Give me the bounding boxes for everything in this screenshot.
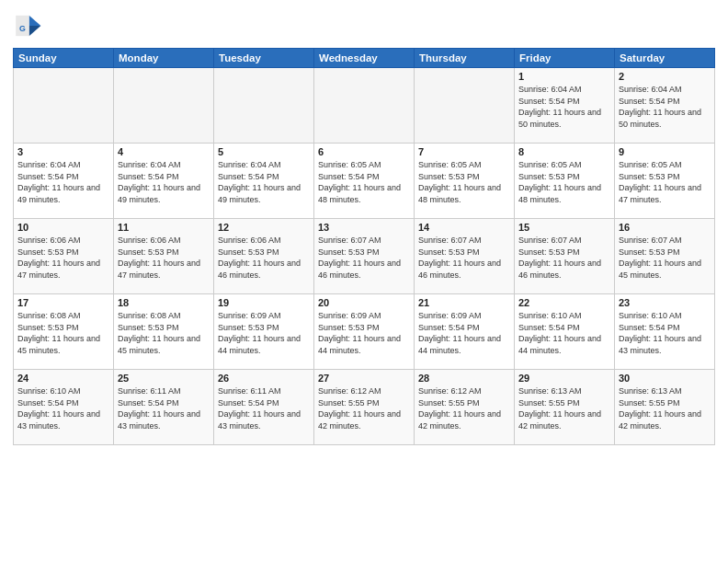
calendar-week-1: 1Sunrise: 6:04 AMSunset: 5:54 PMDaylight…: [14, 68, 715, 144]
day-number: 30: [619, 373, 711, 384]
calendar-cell: [314, 68, 415, 144]
day-number: 28: [418, 373, 510, 384]
day-number: 11: [118, 222, 210, 233]
day-info: Sunrise: 6:04 AMSunset: 5:54 PMDaylight:…: [518, 84, 610, 130]
day-info: Sunrise: 6:04 AMSunset: 5:54 PMDaylight:…: [218, 159, 310, 205]
day-number: 24: [17, 373, 109, 384]
day-info: Sunrise: 6:07 AMSunset: 5:53 PMDaylight:…: [518, 235, 610, 281]
day-info: Sunrise: 6:05 AMSunset: 5:53 PMDaylight:…: [518, 159, 610, 205]
header: G: [13, 11, 715, 40]
weekday-header-friday: Friday: [515, 49, 615, 68]
day-info: Sunrise: 6:07 AMSunset: 5:53 PMDaylight:…: [619, 235, 711, 281]
day-number: 16: [619, 222, 711, 233]
day-number: 23: [619, 297, 711, 308]
day-number: 5: [218, 146, 310, 157]
day-number: 6: [318, 146, 410, 157]
svg-marker-1: [29, 26, 41, 36]
calendar-cell: 21Sunrise: 6:09 AMSunset: 5:54 PMDayligh…: [415, 294, 515, 370]
calendar-cell: 18Sunrise: 6:08 AMSunset: 5:53 PMDayligh…: [114, 294, 214, 370]
calendar: SundayMondayTuesdayWednesdayThursdayFrid…: [13, 48, 715, 445]
weekday-header-wednesday: Wednesday: [314, 49, 415, 68]
svg-text:G: G: [19, 24, 26, 33]
day-number: 27: [318, 373, 410, 384]
calendar-cell: 1Sunrise: 6:04 AMSunset: 5:54 PMDaylight…: [515, 68, 615, 144]
day-info: Sunrise: 6:06 AMSunset: 5:53 PMDaylight:…: [118, 235, 210, 281]
day-number: 22: [518, 297, 610, 308]
day-info: Sunrise: 6:09 AMSunset: 5:53 PMDaylight:…: [318, 310, 410, 356]
calendar-cell: 17Sunrise: 6:08 AMSunset: 5:53 PMDayligh…: [14, 294, 114, 370]
day-info: Sunrise: 6:05 AMSunset: 5:53 PMDaylight:…: [418, 159, 510, 205]
calendar-week-5: 24Sunrise: 6:10 AMSunset: 5:54 PMDayligh…: [14, 370, 715, 445]
calendar-cell: [415, 68, 515, 144]
day-info: Sunrise: 6:10 AMSunset: 5:54 PMDaylight:…: [17, 385, 109, 431]
logo-icon: G: [13, 11, 42, 40]
day-number: 26: [218, 373, 310, 384]
day-number: 20: [318, 297, 410, 308]
day-info: Sunrise: 6:13 AMSunset: 5:55 PMDaylight:…: [619, 385, 711, 431]
calendar-cell: [14, 68, 114, 144]
calendar-cell: 26Sunrise: 6:11 AMSunset: 5:54 PMDayligh…: [214, 370, 314, 445]
day-info: Sunrise: 6:05 AMSunset: 5:54 PMDaylight:…: [318, 159, 410, 205]
calendar-cell: 4Sunrise: 6:04 AMSunset: 5:54 PMDaylight…: [114, 144, 214, 219]
day-info: Sunrise: 6:10 AMSunset: 5:54 PMDaylight:…: [619, 310, 711, 356]
day-number: 18: [118, 297, 210, 308]
day-info: Sunrise: 6:04 AMSunset: 5:54 PMDaylight:…: [118, 159, 210, 205]
day-number: 29: [518, 373, 610, 384]
calendar-week-2: 3Sunrise: 6:04 AMSunset: 5:54 PMDaylight…: [14, 144, 715, 219]
calendar-cell: 20Sunrise: 6:09 AMSunset: 5:53 PMDayligh…: [314, 294, 415, 370]
calendar-cell: 27Sunrise: 6:12 AMSunset: 5:55 PMDayligh…: [314, 370, 415, 445]
day-info: Sunrise: 6:07 AMSunset: 5:53 PMDaylight:…: [318, 235, 410, 281]
day-number: 7: [418, 146, 510, 157]
logo: G: [13, 11, 46, 40]
calendar-cell: 19Sunrise: 6:09 AMSunset: 5:53 PMDayligh…: [214, 294, 314, 370]
weekday-header-tuesday: Tuesday: [214, 49, 314, 68]
calendar-cell: 22Sunrise: 6:10 AMSunset: 5:54 PMDayligh…: [515, 294, 615, 370]
day-number: 2: [619, 71, 711, 82]
calendar-cell: 15Sunrise: 6:07 AMSunset: 5:53 PMDayligh…: [515, 219, 615, 294]
day-info: Sunrise: 6:04 AMSunset: 5:54 PMDaylight:…: [619, 84, 711, 130]
weekday-header-thursday: Thursday: [415, 49, 515, 68]
calendar-cell: 5Sunrise: 6:04 AMSunset: 5:54 PMDaylight…: [214, 144, 314, 219]
svg-marker-0: [29, 16, 41, 26]
day-info: Sunrise: 6:11 AMSunset: 5:54 PMDaylight:…: [118, 385, 210, 431]
calendar-cell: 13Sunrise: 6:07 AMSunset: 5:53 PMDayligh…: [314, 219, 415, 294]
day-number: 13: [318, 222, 410, 233]
calendar-cell: 24Sunrise: 6:10 AMSunset: 5:54 PMDayligh…: [14, 370, 114, 445]
calendar-cell: 11Sunrise: 6:06 AMSunset: 5:53 PMDayligh…: [114, 219, 214, 294]
calendar-week-3: 10Sunrise: 6:06 AMSunset: 5:53 PMDayligh…: [14, 219, 715, 294]
day-info: Sunrise: 6:04 AMSunset: 5:54 PMDaylight:…: [17, 159, 109, 205]
weekday-header-monday: Monday: [114, 49, 214, 68]
day-info: Sunrise: 6:09 AMSunset: 5:53 PMDaylight:…: [218, 310, 310, 356]
calendar-cell: [214, 68, 314, 144]
calendar-cell: 16Sunrise: 6:07 AMSunset: 5:53 PMDayligh…: [615, 219, 715, 294]
weekday-header-sunday: Sunday: [14, 49, 114, 68]
day-info: Sunrise: 6:05 AMSunset: 5:53 PMDaylight:…: [619, 159, 711, 205]
calendar-cell: 10Sunrise: 6:06 AMSunset: 5:53 PMDayligh…: [14, 219, 114, 294]
day-number: 4: [118, 146, 210, 157]
day-number: 3: [17, 146, 109, 157]
day-info: Sunrise: 6:08 AMSunset: 5:53 PMDaylight:…: [118, 310, 210, 356]
calendar-cell: 8Sunrise: 6:05 AMSunset: 5:53 PMDaylight…: [515, 144, 615, 219]
calendar-cell: 30Sunrise: 6:13 AMSunset: 5:55 PMDayligh…: [615, 370, 715, 445]
calendar-cell: 14Sunrise: 6:07 AMSunset: 5:53 PMDayligh…: [415, 219, 515, 294]
day-number: 12: [218, 222, 310, 233]
day-info: Sunrise: 6:12 AMSunset: 5:55 PMDaylight:…: [318, 385, 410, 431]
calendar-cell: [114, 68, 214, 144]
calendar-cell: 12Sunrise: 6:06 AMSunset: 5:53 PMDayligh…: [214, 219, 314, 294]
day-info: Sunrise: 6:08 AMSunset: 5:53 PMDaylight:…: [17, 310, 109, 356]
day-number: 1: [518, 71, 610, 82]
day-number: 21: [418, 297, 510, 308]
day-number: 14: [418, 222, 510, 233]
day-info: Sunrise: 6:11 AMSunset: 5:54 PMDaylight:…: [218, 385, 310, 431]
calendar-cell: 9Sunrise: 6:05 AMSunset: 5:53 PMDaylight…: [615, 144, 715, 219]
day-info: Sunrise: 6:09 AMSunset: 5:54 PMDaylight:…: [418, 310, 510, 356]
day-number: 25: [118, 373, 210, 384]
weekday-header-saturday: Saturday: [615, 49, 715, 68]
day-number: 17: [17, 297, 109, 308]
calendar-cell: 28Sunrise: 6:12 AMSunset: 5:55 PMDayligh…: [415, 370, 515, 445]
day-number: 19: [218, 297, 310, 308]
calendar-cell: 6Sunrise: 6:05 AMSunset: 5:54 PMDaylight…: [314, 144, 415, 219]
day-info: Sunrise: 6:07 AMSunset: 5:53 PMDaylight:…: [418, 235, 510, 281]
calendar-cell: 25Sunrise: 6:11 AMSunset: 5:54 PMDayligh…: [114, 370, 214, 445]
calendar-week-4: 17Sunrise: 6:08 AMSunset: 5:53 PMDayligh…: [14, 294, 715, 370]
